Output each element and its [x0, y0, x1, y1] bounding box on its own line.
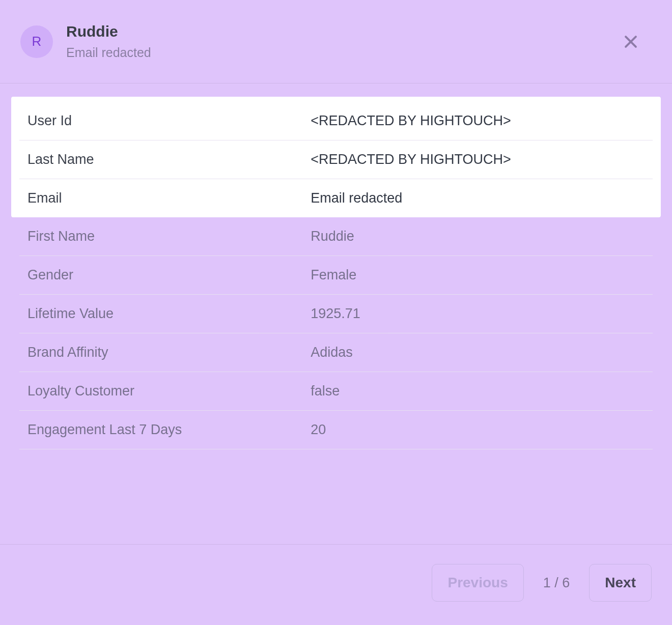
- next-button[interactable]: Next: [589, 564, 652, 602]
- field-row: Email Email redacted: [19, 179, 653, 217]
- field-row: Last Name <REDACTED BY HIGHTOUCH>: [19, 140, 653, 179]
- field-row: First Name Ruddie: [19, 217, 653, 256]
- highlighted-fields-card: User Id <REDACTED BY HIGHTOUCH> Last Nam…: [11, 97, 661, 217]
- avatar: R: [20, 25, 53, 58]
- field-value: Ruddie: [311, 229, 653, 244]
- field-label: Email: [19, 190, 311, 206]
- field-label: User Id: [19, 113, 311, 129]
- close-button[interactable]: [620, 31, 641, 52]
- previous-button[interactable]: Previous: [432, 564, 523, 602]
- field-row: Loyalty Customer false: [19, 372, 653, 411]
- header-email: Email redacted: [66, 45, 620, 60]
- field-value: Female: [311, 267, 653, 283]
- page-indicator: 1 / 6: [543, 575, 570, 591]
- field-value: false: [311, 383, 653, 399]
- close-icon: [622, 33, 639, 50]
- field-label: Lifetime Value: [19, 306, 311, 322]
- field-value: Email redacted: [311, 190, 653, 206]
- field-label: First Name: [19, 229, 311, 244]
- field-row: Gender Female: [19, 256, 653, 295]
- modal-footer: Previous 1 / 6 Next: [0, 544, 672, 625]
- field-label: Loyalty Customer: [19, 383, 311, 399]
- field-label: Gender: [19, 267, 311, 283]
- other-fields-section: First Name Ruddie Gender Female Lifetime…: [11, 217, 661, 449]
- modal-body: User Id <REDACTED BY HIGHTOUCH> Last Nam…: [0, 83, 672, 544]
- field-value: <REDACTED BY HIGHTOUCH>: [311, 113, 653, 129]
- field-row: Lifetime Value 1925.71: [19, 295, 653, 333]
- field-value: 1925.71: [311, 306, 653, 322]
- field-row: User Id <REDACTED BY HIGHTOUCH>: [19, 107, 653, 140]
- field-value: <REDACTED BY HIGHTOUCH>: [311, 152, 653, 167]
- field-label: Last Name: [19, 152, 311, 167]
- field-row: Engagement Last 7 Days 20: [19, 411, 653, 449]
- field-value: Adidas: [311, 345, 653, 360]
- field-label: Brand Affinity: [19, 345, 311, 360]
- profile-modal: R Ruddie Email redacted User Id <REDACTE…: [0, 0, 672, 625]
- header-name: Ruddie: [66, 23, 620, 40]
- field-value: 20: [311, 422, 653, 438]
- header-titles: Ruddie Email redacted: [66, 23, 620, 60]
- field-label: Engagement Last 7 Days: [19, 422, 311, 438]
- field-row: Brand Affinity Adidas: [19, 333, 653, 372]
- avatar-initial: R: [32, 34, 42, 49]
- modal-header: R Ruddie Email redacted: [0, 0, 672, 83]
